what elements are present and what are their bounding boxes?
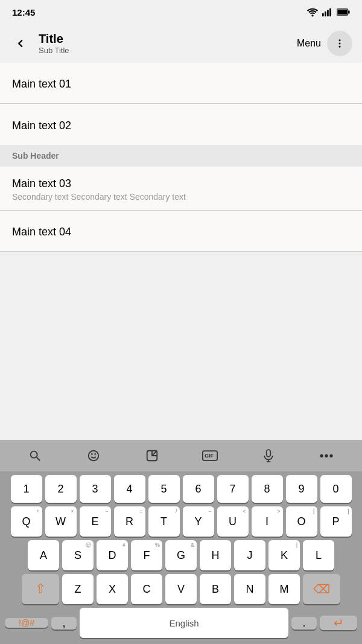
list-item-2-main: Main text 02: [12, 120, 350, 132]
key-q[interactable]: +Q: [11, 506, 42, 537]
svg-point-11: [31, 451, 37, 458]
shift-icon: ⇧: [35, 581, 46, 597]
key-d[interactable]: #D: [97, 540, 128, 570]
key-2[interactable]: 2: [45, 475, 77, 503]
key-n[interactable]: N: [234, 574, 265, 604]
comma-key[interactable]: ,: [51, 617, 77, 630]
keyboard-rows: 1 2 3 4 5 6 7 8 9 0 +Q ×W −E =R /T −Y <U…: [0, 471, 362, 644]
key-row-qwerty: +Q ×W −E =R /T −Y <U >I [O ]P: [2, 506, 360, 537]
key-w[interactable]: ×W: [45, 506, 77, 537]
keyboard-container: GIF ••• 1 2 3 4 5 6 7 8 9 0: [0, 440, 362, 644]
more-button[interactable]: [327, 31, 352, 56]
key-5[interactable]: 5: [148, 475, 180, 503]
key-c[interactable]: C: [131, 574, 162, 604]
backspace-icon: ⌫: [313, 582, 330, 596]
key-k[interactable]: |K: [268, 540, 300, 570]
key-l[interactable]: L: [303, 540, 334, 570]
menu-label[interactable]: Menu: [297, 38, 321, 49]
more-icon: [334, 38, 345, 49]
enter-key[interactable]: ↵: [320, 616, 357, 630]
space-label: English: [169, 618, 198, 628]
space-key[interactable]: English: [80, 608, 288, 638]
key-row-zxcv: ⇧ Z X C V B N M ⌫: [2, 574, 360, 604]
svg-rect-2: [325, 11, 326, 16]
list-item-3-secondary: Secondary text Secondary text Secondary …: [12, 192, 350, 202]
back-icon: [14, 37, 27, 50]
key-o[interactable]: [O: [286, 506, 317, 537]
comma-label: ,: [62, 617, 65, 630]
keyboard-more-dots: •••: [320, 449, 334, 463]
svg-point-9: [339, 43, 341, 45]
key-e[interactable]: −E: [80, 506, 111, 537]
key-p[interactable]: ]P: [320, 506, 352, 537]
svg-point-0: [311, 14, 313, 16]
svg-rect-19: [267, 450, 271, 457]
sticker-icon: [145, 449, 159, 462]
app-title: Title: [39, 32, 290, 46]
status-time: 12:45: [12, 7, 35, 18]
key-i[interactable]: >I: [252, 506, 283, 537]
keyboard-more-btn[interactable]: •••: [314, 442, 340, 469]
key-z[interactable]: Z: [62, 574, 94, 604]
svg-rect-1: [322, 13, 324, 16]
shift-key[interactable]: ⇧: [22, 574, 59, 604]
keyboard-emoji-btn[interactable]: [80, 442, 107, 469]
key-g[interactable]: &G: [165, 540, 197, 570]
svg-rect-6: [348, 10, 350, 13]
key-j[interactable]: J: [234, 540, 265, 570]
list-item-3-main: Main text 03: [12, 177, 350, 190]
status-bar: 12:45: [0, 0, 362, 24]
key-b[interactable]: B: [200, 574, 231, 604]
key-6[interactable]: 6: [183, 475, 214, 503]
period-label: .: [302, 617, 305, 630]
wifi-icon: [306, 7, 319, 17]
keyboard-search-btn[interactable]: [22, 442, 48, 469]
special-key[interactable]: !@#: [5, 618, 48, 628]
keyboard-sticker-btn[interactable]: [139, 442, 165, 469]
keyboard-mic-btn[interactable]: [255, 442, 282, 469]
sub-header: Sub Header: [0, 145, 362, 167]
mic-icon: [262, 449, 275, 462]
search-icon: [28, 449, 42, 462]
key-y[interactable]: −Y: [183, 506, 214, 537]
app-bar: Title Sub Title Menu: [0, 24, 362, 63]
key-8[interactable]: 8: [252, 475, 283, 503]
title-group: Title Sub Title: [39, 32, 290, 55]
keyboard-gif-btn[interactable]: GIF: [197, 442, 223, 469]
list-item-2[interactable]: Main text 02: [0, 104, 362, 145]
app-subtitle: Sub Title: [39, 46, 290, 55]
key-s[interactable]: @S: [62, 540, 94, 570]
back-button[interactable]: [10, 33, 31, 54]
key-u[interactable]: <U: [217, 506, 249, 537]
key-f[interactable]: %F: [131, 540, 162, 570]
list-section-1: Main text 01 Main text 02: [0, 63, 362, 145]
key-1[interactable]: 1: [11, 475, 42, 503]
key-x[interactable]: X: [97, 574, 128, 604]
key-v[interactable]: V: [165, 574, 197, 604]
key-4[interactable]: 4: [114, 475, 145, 503]
key-h[interactable]: H: [200, 540, 231, 570]
battery-icon: [337, 8, 350, 16]
backspace-key[interactable]: ⌫: [303, 574, 340, 604]
app-bar-right: Menu: [297, 31, 352, 56]
svg-point-10: [339, 46, 341, 48]
keyboard-toolbar: GIF •••: [0, 440, 362, 471]
list-item-4[interactable]: Main text 04: [0, 211, 362, 252]
key-r[interactable]: =R: [114, 506, 145, 537]
key-0[interactable]: 0: [320, 475, 352, 503]
key-7[interactable]: 7: [217, 475, 249, 503]
key-9[interactable]: 9: [286, 475, 317, 503]
status-icons: [306, 7, 350, 17]
key-row-numbers: 1 2 3 4 5 6 7 8 9 0: [2, 475, 360, 503]
key-row-asdf: A @S #D %F &G H J |K L: [2, 540, 360, 570]
key-3[interactable]: 3: [80, 475, 111, 503]
list-item-1[interactable]: Main text 01: [0, 63, 362, 104]
svg-rect-4: [329, 8, 331, 17]
key-t[interactable]: /T: [148, 506, 180, 537]
list-item-3[interactable]: Main text 03 Secondary text Secondary te…: [0, 167, 362, 211]
key-a[interactable]: A: [28, 540, 59, 570]
svg-line-12: [37, 457, 40, 461]
svg-rect-7: [337, 10, 347, 14]
period-key[interactable]: .: [291, 617, 317, 630]
key-m[interactable]: M: [268, 574, 300, 604]
